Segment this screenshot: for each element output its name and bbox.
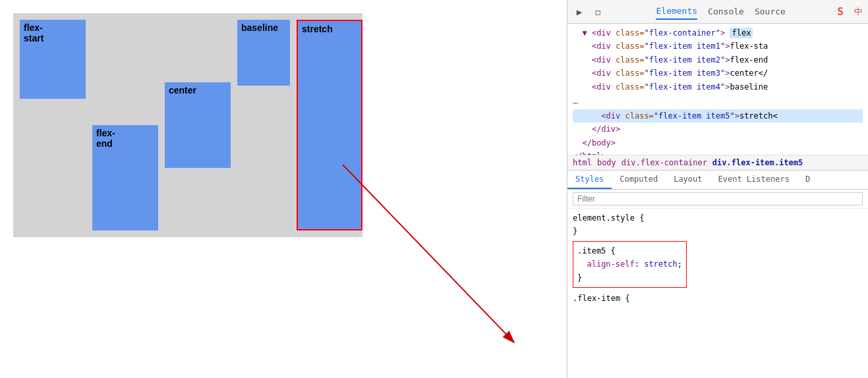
tab-source[interactable]: Source	[755, 4, 786, 19]
css-selector-element: element.style {	[573, 213, 644, 223]
flex-container-demo: flex-start flex-end center baseline stre…	[13, 13, 362, 237]
demo-area: flex-start flex-end center baseline stre…	[0, 0, 567, 378]
html-row-4[interactable]: <div class="flex-item item4">baseline	[573, 80, 863, 94]
tab-computed[interactable]: Computed	[612, 171, 666, 189]
breadcrumb-item5[interactable]: div.flex-item.item5	[712, 158, 803, 167]
flex-item-1: flex-start	[20, 20, 86, 99]
mobile-icon[interactable]: ◻	[591, 5, 604, 18]
flex-item-5: stretch	[297, 20, 362, 230]
css-selector-item5: .item5 {	[577, 246, 616, 256]
css-rule-flex-item: .flex-item {	[573, 292, 863, 305]
html-ellipsis: …	[573, 94, 863, 109]
css-rule-element-style: element.style { }	[573, 211, 863, 238]
css-brace-close-1: }	[573, 227, 577, 236]
s-logo: S	[837, 5, 844, 18]
zh-logo: 中	[854, 6, 863, 18]
css-value-stretch: stretch	[644, 259, 678, 269]
html-row-0[interactable]: ▼ <div class="flex-container"> flex	[573, 26, 863, 40]
flex-item-4: baseline	[237, 20, 290, 86]
styles-tabs: Styles Computed Layout Event Listeners D	[567, 171, 868, 190]
css-property-align-self: align-self	[587, 259, 634, 269]
styles-content: element.style { } .item5 { align-self: s…	[567, 209, 868, 378]
html-row-8[interactable]: </html>	[573, 149, 863, 155]
tab-styles[interactable]: Styles	[567, 171, 612, 189]
svg-line-1	[343, 165, 514, 342]
tab-d[interactable]: D	[797, 171, 818, 189]
filter-input[interactable]	[573, 192, 863, 205]
devtools-icons: ▶ ◻	[573, 5, 604, 18]
tab-console[interactable]: Console	[708, 4, 744, 19]
flex-item-3: center	[165, 82, 231, 168]
tab-layout[interactable]: Layout	[666, 171, 710, 189]
filter-bar	[567, 190, 868, 209]
html-row-5[interactable]: <div class="flex-item item5">stretch<	[573, 109, 863, 122]
flex-item-2: flex-end	[92, 125, 158, 230]
devtools-top-bar: ▶ ◻ Elements Console Source S 中	[567, 0, 868, 24]
html-tree: ▼ <div class="flex-container"> flex <div…	[567, 24, 868, 155]
tab-event-listeners[interactable]: Event Listeners	[710, 171, 797, 189]
html-row-7[interactable]: </body>	[573, 136, 863, 149]
breadcrumb: html body div.flex-container div.flex-it…	[567, 155, 868, 171]
css-brace-close-2: }	[577, 273, 582, 283]
devtools-panel: ▶ ◻ Elements Console Source S 中 ▼ <div c…	[567, 0, 868, 378]
tab-elements[interactable]: Elements	[656, 3, 697, 20]
html-row-6[interactable]: </div>	[573, 122, 863, 136]
html-row-1[interactable]: <div class="flex-item item1">flex-sta	[573, 40, 863, 53]
cursor-icon[interactable]: ▶	[573, 5, 586, 18]
breadcrumb-body[interactable]: body	[597, 158, 616, 167]
breadcrumb-html[interactable]: html	[573, 158, 592, 167]
css-rule-item5-highlighted: .item5 { align-self: stretch; }	[573, 241, 687, 288]
css-selector-flex-item: .flex-item {	[573, 294, 630, 303]
breadcrumb-container[interactable]: div.flex-container	[622, 158, 707, 167]
html-row-3[interactable]: <div class="flex-item item3">center</	[573, 67, 863, 80]
html-row-2[interactable]: <div class="flex-item item2">flex-end	[573, 53, 863, 67]
